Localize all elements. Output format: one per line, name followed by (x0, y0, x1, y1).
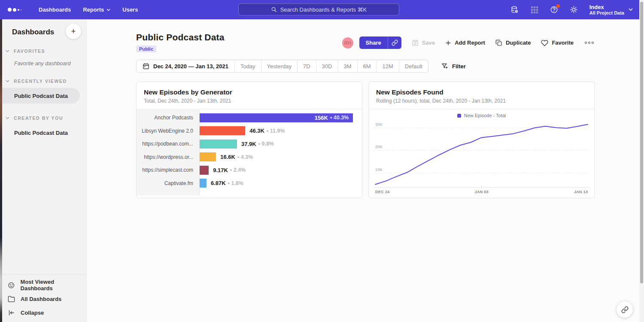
legend-label: New Episode - Total (464, 113, 506, 118)
card-title: New Episodes by Generator (144, 88, 355, 96)
date-preset-default[interactable]: Default (399, 60, 428, 72)
folder-icon (8, 295, 15, 303)
page-title: Public Podcast Data (136, 32, 225, 43)
top-nav: Dashboards Reports Users Search Dashboar… (0, 0, 644, 19)
date-range-picker[interactable]: Dec 24, 2020 — Jan 13, 2021 (137, 60, 234, 72)
all-dashboards-button[interactable]: All Dashboards (0, 292, 86, 306)
bar-category-label: https://podbean.com... (137, 137, 199, 151)
nav-users[interactable]: Users (122, 6, 138, 13)
search-input[interactable]: Search Dashboards & Reports ⌘K (238, 3, 399, 15)
most-viewed-dashboards-button[interactable]: Most Viewed Dashboards (0, 278, 86, 292)
bar-row: 6.87K• 1.8% (200, 177, 362, 190)
project-selector[interactable]: Index All Project Data (589, 4, 633, 16)
avatar[interactable]: RH (342, 37, 353, 49)
bar-row: 156K• 40.3% (200, 111, 362, 125)
duplicate-button[interactable]: Duplicate (495, 39, 531, 46)
filter-funnel-icon (441, 63, 448, 70)
heart-icon (541, 39, 548, 46)
bar-category-label: Libsyn WebEngine 2.0 (137, 125, 199, 138)
favorites-empty-text: Favorite any dashboard (14, 61, 86, 67)
bar (200, 152, 216, 161)
legend-swatch (457, 114, 461, 118)
scrollbar-thumb[interactable] (640, 2, 643, 283)
bar-category-label: https://simplecast.com (137, 164, 199, 177)
share-button[interactable]: Share (359, 36, 401, 49)
copy-link-button[interactable] (388, 36, 401, 49)
svg-text:20K: 20K (375, 144, 383, 149)
bar (200, 166, 209, 175)
date-preset-6m[interactable]: 6M (357, 60, 377, 72)
settings-gear-icon[interactable] (570, 6, 578, 14)
help-icon[interactable] (550, 6, 559, 14)
card-new-episodes-by-generator: New Episodes by Generator Total, Dec 24t… (136, 82, 362, 198)
nav-users-label: Users (122, 6, 138, 13)
card-subtitle: Rolling (12 hours), total, Dec 24th, 202… (376, 98, 587, 104)
bar-chart-category-labels: Anchor PodcastsLibsyn WebEngine 2.0https… (137, 109, 200, 195)
bar-value: 37.9K (241, 141, 256, 147)
section-created-by-you[interactable]: CREATED BY YOU (0, 115, 86, 121)
card-title: New Episodes Found (376, 88, 587, 96)
chevron-down-icon (6, 117, 9, 119)
sidebar-item-public-podcast-data[interactable]: Public Podcast Data (0, 88, 80, 103)
bar-percent: • 4.3% (237, 154, 253, 160)
bar-percent: • 2.4% (230, 167, 246, 173)
save-icon (412, 39, 419, 46)
apps-grid-icon[interactable] (530, 6, 539, 14)
filter-button[interactable]: Filter (441, 63, 466, 70)
sidebar-item-public-podcast-data-created[interactable]: Public Podcast Data (0, 125, 86, 140)
bar-chart-bars: 156K• 40.3%46.3K• 11.9%37.9K• 9.8%16.6K•… (200, 109, 362, 195)
nav-reports-label: Reports (83, 6, 104, 13)
svg-text:JAN 13: JAN 13 (574, 189, 588, 194)
favorite-button[interactable]: Favorite (541, 39, 574, 46)
date-preset-today[interactable]: Today (234, 60, 261, 72)
date-preset-12m[interactable]: 12M (377, 60, 399, 72)
search-placeholder: Search Dashboards & Reports ⌘K (280, 6, 367, 13)
scrollbar-track[interactable] (639, 0, 644, 322)
bar-row: 46.3K• 11.9% (200, 125, 362, 138)
svg-text:30K: 30K (375, 122, 383, 127)
nav-reports[interactable]: Reports (83, 6, 110, 13)
bar-percent: • 40.3% (330, 115, 353, 121)
bar-percent: • 9.8% (258, 141, 274, 147)
svg-text:JAN 03: JAN 03 (474, 189, 488, 194)
notification-dot (556, 4, 560, 8)
collapse-sidebar-button[interactable]: Collapse (0, 306, 86, 319)
save-button[interactable]: Save (412, 39, 435, 46)
bar-row: 9.17K• 2.4% (200, 164, 362, 177)
date-range-control: Dec 24, 2020 — Jan 13, 2021 TodayYesterd… (136, 60, 428, 73)
smiley-icon (8, 282, 15, 289)
date-preset-30d[interactable]: 30D (316, 60, 338, 72)
add-dashboard-button[interactable]: + (66, 24, 81, 39)
add-report-button[interactable]: Add Report (445, 39, 485, 46)
bar-category-label: https://wordpress.or... (137, 151, 199, 164)
bar: 156K• 40.3% (200, 113, 353, 122)
floating-link-button[interactable] (617, 301, 633, 318)
chart-legend: New Episode - Total (369, 109, 594, 119)
bar-value: 46.3K (249, 128, 264, 134)
date-preset-yesterday[interactable]: Yesterday (261, 60, 297, 72)
chevron-down-icon (6, 50, 9, 52)
date-preset-7d[interactable]: 7D (297, 60, 316, 72)
card-subtitle: Total, Dec 24th, 2020 - Jan 13th, 2021 (144, 98, 355, 104)
data-source-icon[interactable] (510, 6, 519, 14)
mixpanel-logo-icon[interactable] (8, 8, 21, 12)
more-options-button[interactable] (584, 40, 595, 46)
nav-dashboards[interactable]: Dashboards (39, 6, 71, 13)
public-badge: Public (136, 46, 156, 52)
bar-percent: • 1.8% (228, 180, 243, 186)
bar-value: 156K (315, 115, 328, 121)
bar-category-label: Anchor Podcasts (137, 111, 199, 125)
bar-value: 6.87K (211, 180, 226, 186)
svg-text:10K: 10K (375, 167, 383, 172)
calendar-icon (143, 63, 149, 70)
section-recently-viewed[interactable]: RECENTLY VIEWED (0, 79, 86, 84)
chevron-down-icon (106, 9, 110, 11)
bar-row: 16.6K• 4.3% (200, 151, 362, 164)
section-favorites[interactable]: FAVORITES (0, 49, 86, 54)
line-chart: 10K20K30KDEC 24JAN 03JAN 13 (369, 119, 594, 195)
date-preset-3m[interactable]: 3M (337, 60, 357, 72)
link-icon (392, 39, 398, 46)
search-icon (271, 6, 277, 12)
project-name: Index (589, 4, 624, 10)
project-subtitle: All Project Data (589, 10, 624, 16)
